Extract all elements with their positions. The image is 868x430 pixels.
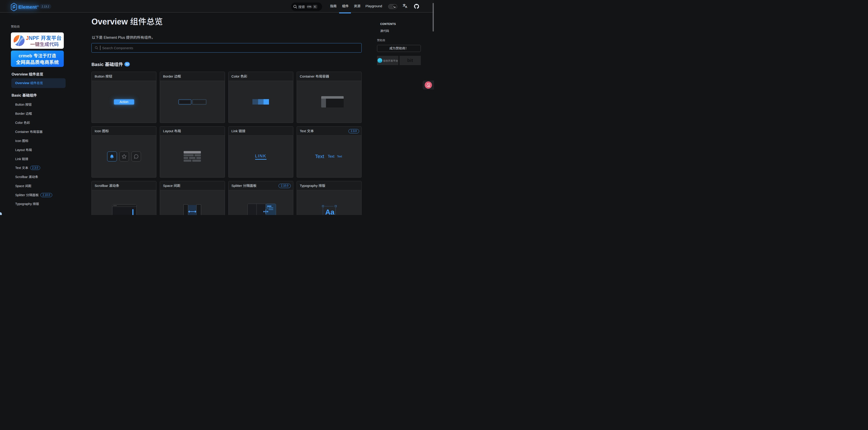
svg-text:A: A [428, 85, 430, 87]
